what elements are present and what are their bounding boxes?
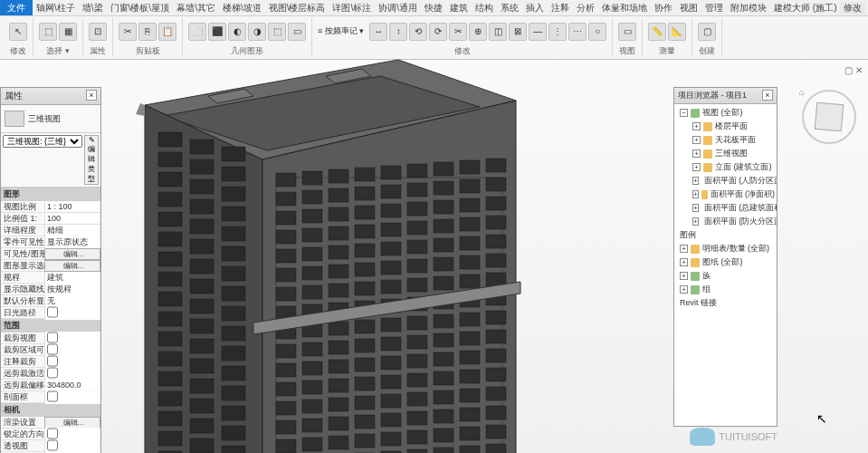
browser-tree[interactable]: −视图 (全部)+楼层平面+天花板平面+三维视图+立面 (建筑立面)+面积平面 … [674,104,777,426]
menu-item[interactable]: 分析 [573,2,598,14]
expand-icon[interactable]: + [680,272,688,280]
property-row[interactable]: 比例值 1:100 [1,213,100,225]
ribbon-button[interactable]: ▭ [288,23,306,41]
property-checkbox[interactable] [47,390,58,402]
expand-icon[interactable]: + [692,204,699,212]
property-row[interactable]: 日光路径 [1,307,100,319]
ribbon-button[interactable]: 📐 [668,23,686,41]
menu-item[interactable]: 墙\梁 [79,2,107,14]
menu-item[interactable]: 结构 [472,2,497,14]
ribbon-button[interactable]: ○ [588,23,606,41]
tree-item[interactable]: +面积平面 (防火分区面积) [676,215,775,228]
view-cube[interactable]: ⌂ [799,87,859,147]
property-checkbox[interactable] [47,367,58,379]
expand-icon[interactable]: + [692,177,699,185]
menu-item[interactable]: 协调\通用 [375,2,421,14]
menu-item[interactable]: 幕墙\其它 [173,2,219,14]
tree-item[interactable]: +图纸 (全部) [676,255,775,269]
ribbon-button[interactable]: ⬜ [188,23,206,41]
ribbon-button[interactable]: ✂ [449,23,467,41]
menu-item[interactable]: 插入 [522,2,548,14]
menu-item[interactable]: 视图 [676,2,701,14]
ribbon-button[interactable]: ▭ [618,23,636,41]
ribbon-button[interactable]: ↖ [9,23,27,41]
menu-item[interactable]: 协作 [651,2,676,14]
tree-item[interactable]: +楼层平面 [676,120,775,133]
tree-item[interactable]: +明细表/数量 (全部) [676,242,775,255]
property-checkbox[interactable] [47,439,58,451]
ribbon-button[interactable]: ⊕ [469,23,487,41]
property-row[interactable]: 零件可见性显示原状态 [1,236,100,248]
building-model[interactable] [109,51,525,453]
menu-item[interactable]: 管理 [701,2,727,14]
ribbon-button[interactable]: ⊡ [89,23,107,41]
property-row[interactable]: 可见性/图形替...编辑... [1,248,100,260]
menu-item[interactable]: 附加模块 [727,2,770,14]
ribbon-button[interactable]: 📏 [648,23,666,41]
expand-icon[interactable]: + [692,217,699,226]
property-value[interactable]: 建筑 [44,272,100,284]
property-row[interactable]: 显示隐藏线按规程 [1,284,100,295]
property-checkbox[interactable] [47,355,58,367]
property-row[interactable]: 规程建筑 [1,272,100,284]
tree-item[interactable]: +面积平面 (人防分区面积) [676,174,775,188]
expand-icon[interactable]: + [680,245,688,253]
property-row[interactable]: 图形显示选项编辑... [1,260,100,272]
ribbon-button[interactable]: 📋 [158,23,176,41]
ribbon-button[interactable]: ↔ [369,23,387,41]
menu-item[interactable]: 注释 [548,2,573,14]
ribbon-button[interactable]: — [529,23,547,41]
property-value[interactable]: 精细 [44,225,100,236]
menu-item[interactable]: 建模大师 (施工) [770,2,840,14]
viewport-controls[interactable]: ▢ ✕ [844,65,863,75]
property-checkbox[interactable] [47,343,58,355]
tree-item[interactable]: 图例 [676,228,775,242]
ribbon-button[interactable]: ⟲ [409,23,427,41]
expand-icon[interactable]: + [680,258,688,266]
tree-item[interactable]: +面积平面 (净面积) [676,188,775,201]
menu-item[interactable]: 建筑 [446,2,472,14]
ribbon-button[interactable]: ⬚ [268,23,286,41]
property-row[interactable]: 远剪裁激活 [1,368,100,380]
property-row[interactable]: 剖面框 [1,391,100,403]
close-icon[interactable]: × [86,90,97,101]
edit-type-button[interactable]: ✎ 编辑类型 [84,135,99,185]
ribbon-button[interactable]: ⋯ [568,23,587,41]
expand-icon[interactable]: + [692,149,701,158]
menu-item[interactable]: 视图\楼层标高 [265,2,329,14]
property-value[interactable]: 编辑... [44,260,100,272]
tree-item[interactable]: +组 [676,283,775,296]
property-value[interactable]: 1 : 100 [44,202,100,211]
ribbon-button[interactable]: ⋮ [548,23,567,41]
expand-icon[interactable]: + [692,122,701,130]
home-icon[interactable]: ⌂ [799,87,805,97]
tree-item[interactable]: +族 [676,269,775,283]
expand-icon[interactable]: + [692,136,701,144]
menu-item[interactable]: 体量和场地 [598,2,651,14]
ribbon-button[interactable]: ✂ [119,23,137,41]
property-checkbox[interactable] [47,332,58,343]
tree-item[interactable]: +面积平面 (总建筑面积) [676,201,775,215]
ribbon-button[interactable]: ◫ [489,23,507,41]
menu-item[interactable]: 门窗\楼板\屋顶 [107,2,174,14]
expand-icon[interactable]: + [692,163,701,171]
ribbon-button[interactable]: ▦ [59,23,77,41]
expand-icon[interactable]: − [680,109,688,117]
ribbon-button[interactable]: ⎘ [138,23,157,41]
menu-item[interactable]: 楼梯\坡道 [219,2,265,14]
tree-item[interactable]: +三维视图 [676,147,775,160]
properties-title-bar[interactable]: 属性 × [1,88,100,105]
menu-item[interactable]: 轴网\柱子 [33,2,79,14]
expand-icon[interactable]: + [692,190,699,198]
property-row[interactable]: 详细程度精细 [1,225,100,236]
property-value[interactable]: 按规程 [44,284,100,295]
property-checkbox[interactable] [47,306,58,318]
property-value[interactable]: 编辑... [44,248,100,260]
tree-item[interactable]: +天花板平面 [676,133,775,147]
property-value[interactable]: 显示原状态 [44,236,100,248]
ribbon-button[interactable]: ⬚ [39,23,57,41]
menu-item[interactable]: 快捷 [421,2,446,14]
file-tab[interactable]: 文件 [0,0,33,15]
ribbon-button[interactable]: ◑ [248,23,266,41]
ribbon-extra[interactable]: ≡ 按频率记 ▾ [318,25,364,37]
